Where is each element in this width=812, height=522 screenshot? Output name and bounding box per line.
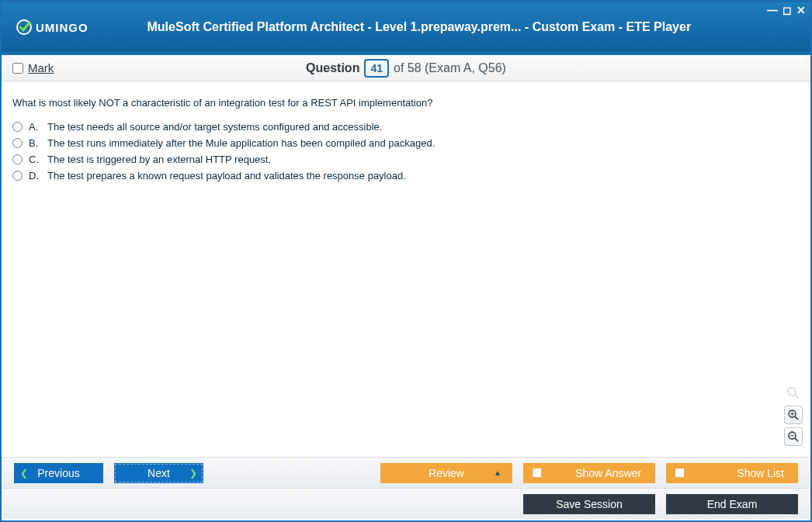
review-label: Review [429, 467, 464, 479]
show-list-button[interactable]: Show List [666, 463, 798, 483]
option-c[interactable]: C. The test is triggered by an external … [12, 154, 800, 165]
footer-row-2: Save Session End Exam [3, 488, 809, 519]
option-text: The test needs all source and/or target … [47, 121, 382, 133]
option-letter: C. [29, 154, 41, 165]
question-number: 41 [364, 59, 389, 78]
question-content: What is most likely NOT a characteristic… [2, 81, 810, 197]
chevron-right-icon: ❯ [189, 468, 197, 479]
app-logo: UMINGO [16, 19, 88, 36]
option-b-radio[interactable] [12, 138, 23, 148]
footer: ❮ Previous Next ❯ Review ▲ Show Answer S… [3, 457, 809, 519]
svg-line-4 [795, 417, 798, 420]
review-button[interactable]: Review ▲ [380, 463, 512, 483]
triangle-up-icon: ▲ [494, 468, 501, 477]
question-word: Question [306, 61, 359, 75]
zoom-tools [784, 384, 803, 446]
mark-checkbox-wrap[interactable]: Mark [12, 61, 152, 74]
end-exam-label: End Exam [707, 498, 758, 510]
titlebar: UMINGO MuleSoft Certified Platform Archi… [2, 2, 810, 52]
question-indicator: Question 41 of 58 (Exam A, Q56) [152, 59, 660, 78]
option-letter: A. [29, 121, 41, 133]
question-bar: Mark Question 41 of 58 (Exam A, Q56) [2, 55, 810, 81]
option-letter: D. [29, 170, 41, 181]
option-a[interactable]: A. The test needs all source and/or targ… [12, 121, 800, 133]
mark-checkbox[interactable] [12, 63, 23, 74]
svg-line-2 [795, 395, 799, 399]
option-text: The test prepares a known request payloa… [47, 170, 406, 181]
zoom-in-icon[interactable] [784, 406, 803, 424]
option-text: The test runs immediately after the Mule… [47, 137, 435, 149]
show-list-label: Show List [737, 467, 784, 479]
square-icon [675, 468, 684, 477]
chevron-left-icon: ❮ [20, 468, 28, 479]
option-c-radio[interactable] [12, 154, 23, 164]
option-a-radio[interactable] [12, 122, 23, 132]
show-answer-button[interactable]: Show Answer [523, 463, 655, 483]
window-title: MuleSoft Certified Platform Architect - … [88, 20, 796, 34]
zoom-out-icon[interactable] [784, 427, 803, 446]
option-text: The test is triggered by an external HTT… [47, 154, 271, 165]
maximize-icon[interactable]: ◻ [783, 4, 792, 16]
option-letter: B. [29, 137, 41, 149]
checkmark-icon [16, 19, 33, 36]
next-button[interactable]: Next ❯ [114, 463, 203, 483]
previous-label: Previous [37, 467, 79, 479]
window-controls: — ◻ ✕ [767, 4, 806, 16]
previous-button[interactable]: ❮ Previous [14, 463, 103, 483]
svg-line-8 [795, 438, 798, 441]
minimize-icon[interactable]: — [767, 4, 778, 16]
mark-label[interactable]: Mark [28, 61, 54, 74]
search-icon[interactable] [784, 384, 803, 403]
end-exam-button[interactable]: End Exam [666, 494, 798, 514]
question-text: What is most likely NOT a characteristic… [12, 97, 800, 109]
next-label: Next [147, 467, 170, 479]
options-list: A. The test needs all source and/or targ… [12, 121, 800, 181]
option-d-radio[interactable] [12, 171, 23, 181]
show-answer-label: Show Answer [575, 467, 641, 479]
option-b[interactable]: B. The test runs immediately after the M… [12, 137, 800, 149]
question-of: of 58 (Exam A, Q56) [394, 61, 506, 75]
option-d[interactable]: D. The test prepares a known request pay… [12, 170, 800, 181]
footer-row-1: ❮ Previous Next ❯ Review ▲ Show Answer S… [3, 457, 809, 488]
square-icon [533, 468, 541, 477]
svg-point-1 [788, 388, 796, 396]
save-session-button[interactable]: Save Session [523, 494, 655, 514]
logo-text: UMINGO [36, 21, 88, 34]
save-session-label: Save Session [556, 498, 623, 510]
close-icon[interactable]: ✕ [796, 4, 806, 16]
